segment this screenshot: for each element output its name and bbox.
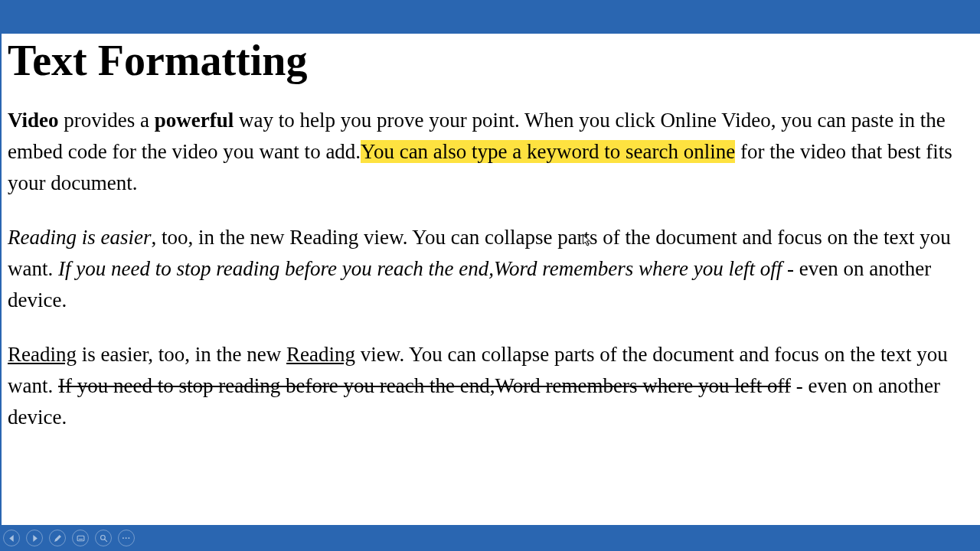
next-slide-button[interactable] bbox=[26, 530, 43, 546]
document-page: Text Formatting Video provides a powerfu… bbox=[2, 34, 980, 525]
prev-slide-button[interactable] bbox=[3, 530, 20, 546]
ellipsis-icon: ··· bbox=[122, 533, 130, 543]
subtitles-icon bbox=[77, 534, 85, 543]
paragraph-3: Reading is easier, too, in the new Readi… bbox=[8, 339, 974, 433]
body-text: provides a bbox=[59, 109, 155, 132]
italic-text: Reading is easier bbox=[8, 226, 151, 249]
strikethrough-text: If you need to stop reading before you r… bbox=[58, 374, 791, 397]
zoom-button[interactable] bbox=[95, 530, 112, 546]
italic-text: If you need to stop reading before you r… bbox=[58, 257, 782, 280]
triangle-right-icon bbox=[31, 534, 39, 543]
body-text: is easier, too, in the new bbox=[77, 343, 286, 366]
highlighted-text: You can also type a keyword to search on… bbox=[361, 140, 735, 163]
presenter-toolbar: ··· bbox=[3, 528, 135, 548]
underline-text: Reading bbox=[8, 343, 77, 366]
magnifier-icon bbox=[100, 534, 108, 543]
svg-line-3 bbox=[104, 539, 106, 541]
bold-text: Video bbox=[8, 109, 59, 132]
more-options-button[interactable]: ··· bbox=[118, 530, 135, 546]
paragraph-1: Video provides a powerful way to help yo… bbox=[8, 105, 974, 199]
pen-tool-button[interactable] bbox=[49, 530, 66, 546]
bold-text: powerful bbox=[155, 109, 234, 132]
svg-rect-1 bbox=[78, 539, 83, 540]
svg-point-2 bbox=[100, 535, 105, 540]
pen-icon bbox=[54, 534, 62, 543]
page-title: Text Formatting bbox=[8, 38, 974, 83]
subtitles-button[interactable] bbox=[72, 530, 89, 546]
triangle-left-icon bbox=[8, 534, 16, 543]
underline-text: Reading bbox=[286, 343, 355, 366]
paragraph-2: Reading is easier, too, in the new Readi… bbox=[8, 222, 974, 316]
svg-rect-0 bbox=[77, 536, 84, 541]
